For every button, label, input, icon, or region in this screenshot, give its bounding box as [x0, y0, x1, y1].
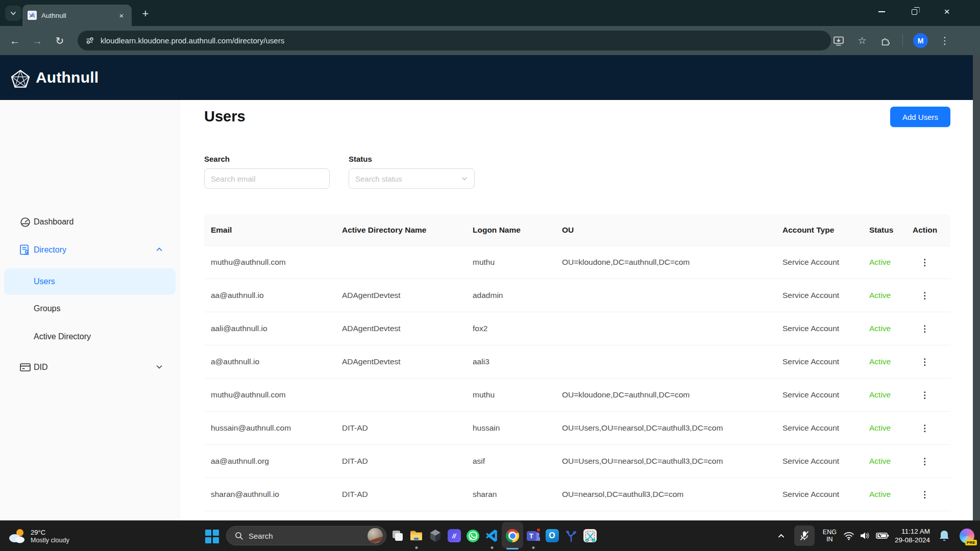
sidebar-item-groups[interactable]: Groups: [0, 297, 180, 320]
whatsapp-icon: [466, 529, 480, 543]
sidebar-item-users[interactable]: Users: [4, 268, 176, 295]
snipping-tool-button[interactable]: [580, 520, 599, 551]
window-close-button[interactable]: ×: [938, 3, 955, 20]
row-actions-button[interactable]: ⋮: [913, 290, 950, 301]
window-minimize-button[interactable]: [873, 3, 890, 20]
microphone-muted-button[interactable]: [794, 525, 815, 546]
url-text: kloudlearn.kloudone.prod.authnull.com/di…: [101, 36, 284, 45]
status-select[interactable]: Search status: [349, 168, 475, 189]
sidebar-item-directory[interactable]: Directory: [0, 239, 180, 261]
bookmark-star-icon[interactable]: ☆: [855, 34, 869, 47]
table-row: hussain@authnull.comDIT-ADhussainOU=User…: [204, 412, 950, 445]
row-actions-button[interactable]: ⋮: [913, 423, 950, 434]
outlook-button[interactable]: O: [543, 520, 561, 551]
column-header-active-directory-name: Active Directory Name: [342, 226, 473, 235]
page-scrollbar[interactable]: [973, 55, 980, 520]
column-header-ou: OU: [562, 226, 782, 235]
copilot-preview-badge: PRE: [965, 540, 976, 545]
browser-menu-icon[interactable]: ⋮: [938, 34, 951, 47]
status-badge: Active: [869, 258, 913, 267]
cell-account-type: Service Account: [782, 457, 869, 466]
app-header: Authnull: [0, 55, 980, 100]
table-row: aali@authnull.ioADAgentDevtestfox2Servic…: [204, 312, 950, 345]
taskbar-search-box[interactable]: Search: [226, 526, 386, 545]
task-view-button[interactable]: [388, 520, 407, 551]
battery-button[interactable]: [873, 532, 892, 540]
search-icon: [235, 532, 243, 540]
install-app-icon[interactable]: [832, 34, 845, 47]
row-actions-button[interactable]: ⋮: [913, 456, 950, 467]
slashes-app-button[interactable]: //: [445, 520, 463, 551]
row-actions-button[interactable]: ⋮: [913, 357, 950, 367]
taskbar-weather-widget[interactable]: 29°C Mostly cloudy: [7, 521, 69, 551]
cell-ou: OU=Users,OU=nearsol,DC=authull3,DC=com: [562, 423, 782, 433]
column-header-action: Action: [913, 226, 950, 235]
site-info-icon[interactable]: [86, 36, 94, 45]
coral-app-button[interactable]: [561, 520, 580, 551]
cell-email: sharan@authnull.io: [211, 490, 342, 499]
browser-tab-authnull[interactable]: Authnull ×: [22, 5, 132, 26]
cell-logon-name: adadmin: [473, 291, 562, 300]
window-restore-button[interactable]: [905, 3, 923, 20]
status-badge: Active: [869, 390, 913, 399]
language-indicator[interactable]: ENG IN: [823, 529, 837, 543]
reload-button[interactable]: ↻: [52, 33, 67, 48]
file-explorer-button[interactable]: [407, 520, 426, 551]
cell-email: a@authnull.io: [211, 357, 342, 366]
chevron-down-icon: [155, 363, 164, 372]
cell-ou: OU=nearsol,DC=authull3,DC=com: [562, 490, 782, 499]
teams-button[interactable]: T: [524, 520, 543, 551]
authnull-logo-icon: [10, 69, 31, 89]
profile-avatar[interactable]: M: [913, 33, 928, 48]
status-badge: Active: [869, 423, 913, 433]
language-line2: IN: [823, 536, 837, 543]
sidebar-item-active-directory[interactable]: Active Directory: [0, 325, 180, 348]
row-actions-button[interactable]: ⋮: [913, 257, 950, 268]
tray-expand-button[interactable]: [773, 532, 790, 540]
new-tab-button[interactable]: +: [139, 7, 152, 20]
clock-time: 11:12 AM: [895, 527, 930, 536]
vscode-button[interactable]: [482, 520, 501, 551]
volume-button[interactable]: [857, 531, 873, 540]
back-button[interactable]: ←: [7, 33, 22, 48]
clock-widget[interactable]: 11:12 AM 29-08-2024: [895, 527, 930, 544]
notifications-button[interactable]: [935, 530, 953, 542]
cell-logon-name: muthu: [473, 390, 562, 399]
cell-active-directory-name: ADAgentDevtest: [342, 357, 473, 366]
cell-logon-name: fox2: [473, 324, 562, 333]
search-email-input[interactable]: [204, 168, 330, 189]
status-select-placeholder: Search status: [355, 174, 461, 183]
sidebar-item-dashboard[interactable]: Dashboard: [0, 211, 180, 233]
cell-email: aali@authnull.io: [211, 324, 342, 333]
tab-close-icon[interactable]: ×: [116, 10, 127, 20]
cell-account-type: Service Account: [782, 291, 869, 300]
speaker-icon: [860, 531, 871, 540]
table-row: muthu@authnull.commuthuOU=kloudone,DC=au…: [204, 246, 950, 279]
cell-ou: OU=kloudone,DC=authnull,DC=com: [562, 258, 782, 267]
sidebar-item-did[interactable]: DID: [0, 356, 180, 379]
whatsapp-button[interactable]: [463, 520, 482, 551]
dashboard-icon: [19, 216, 31, 228]
status-badge: Active: [869, 357, 913, 366]
extensions-icon[interactable]: [879, 34, 892, 47]
start-button[interactable]: [205, 530, 219, 543]
row-actions-button[interactable]: ⋮: [913, 489, 950, 500]
add-users-button[interactable]: Add Users: [890, 107, 950, 127]
search-highlight-image[interactable]: [368, 528, 383, 543]
main-content: Users Add Users Search Status Search sta…: [180, 100, 973, 520]
gem-app-button[interactable]: [426, 520, 445, 551]
url-bar[interactable]: kloudlearn.kloudone.prod.authnull.com/di…: [78, 31, 831, 51]
copilot-button[interactable]: PRE: [953, 529, 980, 543]
tab-search-button[interactable]: [5, 6, 21, 21]
tab-title: Authnull: [41, 12, 116, 19]
forward-button[interactable]: →: [30, 33, 45, 48]
screen: Authnull × + × ← → ↻ kloudlearn.kloudone…: [0, 0, 980, 551]
row-actions-button[interactable]: ⋮: [913, 390, 950, 400]
task-view-icon: [391, 529, 404, 542]
chrome-button[interactable]: [501, 520, 524, 551]
wifi-button[interactable]: [841, 531, 857, 540]
cell-active-directory-name: ADAgentDevtest: [342, 324, 473, 333]
taskbar-app-icons: // T O: [388, 520, 599, 551]
copilot-icon: PRE: [960, 529, 974, 543]
row-actions-button[interactable]: ⋮: [913, 323, 950, 334]
